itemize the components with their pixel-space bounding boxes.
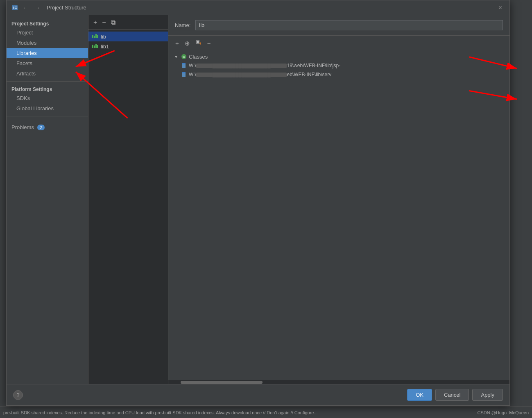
svg-rect-10 bbox=[95, 44, 97, 48]
svg-rect-2 bbox=[15, 7, 17, 7]
sidebar-item-project[interactable]: Project bbox=[7, 27, 88, 38]
svg-rect-6 bbox=[95, 34, 97, 38]
project-settings-label: Project Settings bbox=[7, 18, 88, 27]
content-remove-button[interactable]: − bbox=[205, 39, 213, 48]
svg-rect-8 bbox=[92, 45, 93, 48]
sidebar-divider-2 bbox=[7, 116, 88, 116]
lib1-icon bbox=[92, 43, 98, 50]
classes-label: Classes bbox=[189, 54, 208, 60]
tree-child-2[interactable]: W:\████████████████████eb\WEB-INF\lib\se… bbox=[179, 70, 506, 79]
sidebar-item-global-libraries[interactable]: Global Libraries bbox=[7, 103, 88, 114]
svg-rect-18 bbox=[182, 63, 186, 64]
svg-rect-1 bbox=[13, 7, 14, 9]
list-item-lib1-label: lib1 bbox=[101, 43, 109, 50]
content-toolbar: + ⊕ − bbox=[168, 36, 509, 50]
classes-icon: C bbox=[181, 53, 187, 60]
title-bar: ← → Project Structure × bbox=[7, 0, 509, 15]
content-edit-button[interactable] bbox=[194, 39, 204, 48]
svg-rect-5 bbox=[94, 36, 95, 38]
scrollbar-thumb[interactable] bbox=[181, 381, 263, 384]
tree-child-1-label: W:\████████████████████19\web\WEB-INF\li… bbox=[189, 63, 340, 68]
content-add-jar-button[interactable]: ⊕ bbox=[183, 39, 192, 48]
lib-icon bbox=[92, 33, 98, 40]
svg-rect-11 bbox=[97, 45, 98, 48]
problems-badge: 2 bbox=[37, 125, 45, 130]
sidebar-item-artifacts[interactable]: Artifacts bbox=[7, 68, 88, 79]
platform-settings-label: Platform Settings bbox=[7, 84, 88, 93]
status-bar: pre-built SDK shared indexes. Reduce the… bbox=[0, 407, 532, 418]
tree-node-classes[interactable]: ▼ C Classes bbox=[172, 52, 506, 61]
svg-rect-20 bbox=[182, 72, 186, 73]
tree-children: W:\████████████████████19\web\WEB-INF\li… bbox=[179, 61, 506, 79]
status-text: pre-built SDK shared indexes. Reduce the… bbox=[3, 410, 478, 415]
project-structure-dialog: ← → Project Structure × Project Settings… bbox=[6, 0, 510, 406]
list-item-lib-label: lib bbox=[101, 34, 106, 40]
jar-icon-2 bbox=[181, 71, 187, 78]
jar-icon-1 bbox=[181, 62, 187, 69]
list-copy-button[interactable]: ⧉ bbox=[109, 18, 117, 27]
svg-text:C: C bbox=[183, 55, 186, 59]
svg-rect-3 bbox=[15, 8, 17, 9]
close-button[interactable]: × bbox=[496, 3, 505, 12]
list-toolbar: + − ⧉ bbox=[88, 15, 168, 30]
horizontal-scrollbar[interactable] bbox=[168, 380, 509, 384]
help-button[interactable]: ? bbox=[13, 390, 23, 400]
name-input[interactable] bbox=[195, 20, 503, 30]
footer-left: ? bbox=[13, 390, 23, 400]
csdn-credit: CSDN @Hugo_McQueen bbox=[478, 410, 529, 415]
content-panel: Name: + ⊕ − bbox=[168, 15, 509, 384]
expand-icon: ▼ bbox=[173, 54, 179, 59]
sidebar-item-libraries[interactable]: Libraries bbox=[7, 48, 88, 58]
cancel-button[interactable]: Cancel bbox=[435, 389, 469, 401]
svg-rect-12 bbox=[196, 40, 199, 44]
forward-button[interactable]: → bbox=[33, 4, 42, 12]
list-remove-button[interactable]: − bbox=[100, 18, 107, 27]
list-panel: + − ⧉ lib bbox=[88, 15, 168, 384]
sidebar: Project Settings Project Modules Librari… bbox=[7, 15, 88, 384]
dialog-icon bbox=[11, 5, 18, 11]
dialog-body: Project Settings Project Modules Librari… bbox=[7, 15, 509, 384]
tree-child-2-label: W:\████████████████████eb\WEB-INF\lib\se… bbox=[189, 72, 331, 77]
list-item-lib1[interactable]: lib1 bbox=[88, 41, 168, 51]
back-button[interactable]: ← bbox=[21, 4, 30, 12]
svg-rect-4 bbox=[92, 35, 93, 38]
sidebar-divider bbox=[7, 81, 88, 82]
name-row: Name: bbox=[168, 15, 509, 36]
title-bar-nav: ← → bbox=[21, 4, 42, 12]
content-add-button[interactable]: + bbox=[173, 39, 181, 48]
tree-child-1[interactable]: W:\████████████████████19\web\WEB-INF\li… bbox=[179, 61, 506, 70]
ok-button[interactable]: OK bbox=[407, 389, 432, 401]
tree-area: ▼ C Classes bbox=[168, 50, 509, 380]
apply-button[interactable]: Apply bbox=[472, 389, 503, 401]
dialog-title: Project Structure bbox=[47, 5, 496, 11]
list-items: lib lib1 bbox=[88, 30, 168, 384]
svg-rect-7 bbox=[97, 35, 98, 38]
sidebar-item-sdks[interactable]: SDKs bbox=[7, 93, 88, 103]
footer-right: OK Cancel Apply bbox=[407, 389, 503, 401]
name-label: Name: bbox=[175, 22, 190, 28]
list-add-button[interactable]: + bbox=[92, 18, 99, 27]
sidebar-item-facets[interactable]: Facets bbox=[7, 58, 88, 68]
sidebar-item-modules[interactable]: Modules bbox=[7, 38, 88, 48]
dialog-footer: ? OK Cancel Apply bbox=[7, 384, 509, 405]
sidebar-item-problems[interactable]: Problems 2 bbox=[7, 122, 88, 132]
svg-rect-9 bbox=[94, 45, 95, 48]
list-item-lib[interactable]: lib bbox=[88, 32, 168, 41]
